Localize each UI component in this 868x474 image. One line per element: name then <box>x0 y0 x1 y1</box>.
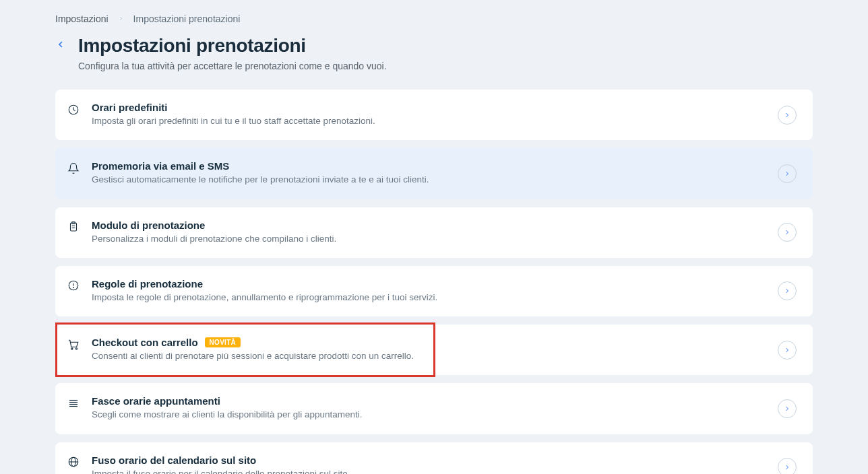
new-badge: NOVITÀ <box>205 337 241 347</box>
card-content: Modulo di prenotazionePersonalizza i mod… <box>92 219 766 246</box>
chevron-right-icon[interactable] <box>778 458 797 474</box>
card-description: Personalizza i moduli di prenotazione ch… <box>92 232 766 246</box>
settings-card[interactable]: Checkout con carrelloNOVITÀConsenti ai c… <box>55 325 813 375</box>
card-title: Fasce orarie appuntamenti <box>92 395 220 407</box>
svg-point-7 <box>73 287 74 288</box>
chevron-right-icon[interactable] <box>778 281 797 300</box>
chevron-right-icon[interactable] <box>778 106 797 125</box>
breadcrumb-current: Impostazioni prenotazioni <box>133 13 241 24</box>
card-description: Imposta il fuso orario per il calendario… <box>92 467 766 475</box>
breadcrumb-parent[interactable]: Impostazioni <box>55 13 108 24</box>
cart-icon <box>67 339 80 351</box>
card-description: Consenti ai clienti di prenotare più ses… <box>92 349 766 363</box>
chevron-right-icon[interactable] <box>778 164 797 183</box>
settings-card[interactable]: Fasce orarie appuntamentiScegli come mos… <box>55 383 813 434</box>
page-subtitle: Configura la tua attività per accettare … <box>78 59 387 73</box>
card-content: Checkout con carrelloNOVITÀConsenti ai c… <box>92 337 766 363</box>
card-title: Regole di prenotazione <box>92 278 203 290</box>
card-content: Orari predefinitiImposta gli orari prede… <box>92 102 766 128</box>
card-content: Fasce orarie appuntamentiScegli come mos… <box>92 395 766 421</box>
settings-card[interactable]: Orari predefinitiImposta gli orari prede… <box>55 90 813 140</box>
chevron-right-icon[interactable] <box>778 341 797 360</box>
exclaim-icon <box>67 279 80 292</box>
settings-card[interactable]: Modulo di prenotazionePersonalizza i mod… <box>55 207 813 258</box>
settings-card[interactable]: Promemoria via email e SMSGestisci autom… <box>55 148 813 199</box>
card-description: Imposta gli orari predefiniti in cui tu … <box>92 114 766 128</box>
clipboard-icon <box>67 221 80 233</box>
page-title: Impostazioni prenotazioni <box>78 35 387 57</box>
svg-point-9 <box>75 348 77 349</box>
bell-icon <box>67 162 80 174</box>
globe-icon <box>67 456 80 468</box>
card-title: Promemoria via email e SMS <box>92 160 229 172</box>
list-icon <box>67 397 80 409</box>
card-content: Promemoria via email e SMSGestisci autom… <box>92 160 766 187</box>
card-title: Checkout con carrello <box>92 337 198 348</box>
card-description: Scegli come mostrare ai clienti la dispo… <box>92 408 766 421</box>
svg-point-8 <box>71 348 73 349</box>
breadcrumb: Impostazioni Impostazioni prenotazioni <box>55 0 813 35</box>
card-title: Fuso orario del calendario sul sito <box>92 454 256 466</box>
settings-card[interactable]: Fuso orario del calendario sul sitoImpos… <box>55 442 813 475</box>
chevron-right-icon[interactable] <box>778 223 797 242</box>
card-content: Fuso orario del calendario sul sitoImpos… <box>92 454 766 475</box>
card-title: Modulo di prenotazione <box>92 219 205 231</box>
card-description: Imposta le regole di prenotazione, annul… <box>92 291 766 304</box>
chevron-right-icon[interactable] <box>778 399 797 418</box>
clock-icon <box>67 104 80 116</box>
settings-card[interactable]: Regole di prenotazioneImposta le regole … <box>55 266 813 316</box>
page-header: Impostazioni prenotazioni Configura la t… <box>55 35 813 73</box>
settings-card-list: Orari predefinitiImposta gli orari prede… <box>55 90 813 474</box>
back-button[interactable] <box>55 35 66 53</box>
card-content: Regole di prenotazioneImposta le regole … <box>92 278 766 304</box>
card-description: Gestisci automaticamente le notifiche pe… <box>92 173 766 187</box>
card-title: Orari predefiniti <box>92 102 168 113</box>
chevron-right-icon <box>118 14 124 24</box>
